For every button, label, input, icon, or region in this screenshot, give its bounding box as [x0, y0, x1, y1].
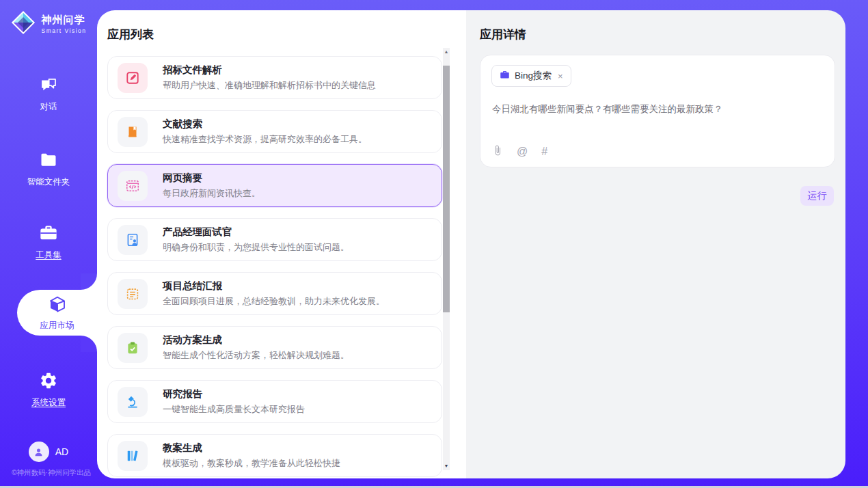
book-icon [118, 117, 148, 147]
sidebar-item-label: 智能文件夹 [0, 176, 97, 188]
attachment-toolbar: @ # [492, 145, 547, 159]
sidebar-item-system-settings[interactable]: 系统设置 [0, 371, 97, 409]
app-card-title: 研究报告 [163, 388, 305, 401]
app-card-desc: 全面回顾项目进展，总结经验教训，助力未来优化发展。 [163, 295, 385, 308]
paperclip-icon[interactable] [492, 145, 503, 159]
sidebar-item-app-market-active[interactable]: 应用市场 [17, 290, 97, 336]
avatar [29, 442, 49, 462]
sidebar: 神州问学 Smart Vision 对话 智能文件夹 工具集 [0, 0, 97, 488]
app-card-title: 网页摘要 [163, 172, 260, 185]
browser-code-icon [118, 171, 148, 201]
app-card-desc: 帮助用户快速、准确地理解和解析招标书中的关键信息 [163, 79, 376, 92]
sidebar-item-label: 系统设置 [0, 397, 97, 409]
person-doc-icon [118, 225, 148, 255]
query-text: 今日湖北有哪些新闻要点？有哪些需要关注的最新政策？ [492, 103, 820, 116]
app-card-desc: 一键智能生成高质量长文本研究报告 [163, 403, 305, 416]
app-card-title: 项目总结汇报 [163, 280, 385, 293]
app-card-desc: 快速精准查找学术资源，提高研究效率的必备工具。 [163, 133, 367, 146]
app-card-title: 活动方案生成 [163, 334, 349, 347]
microscope-icon [118, 387, 148, 417]
gear-icon [39, 381, 58, 392]
copyright-text: ©神州数码·神州问学出品 [0, 468, 103, 478]
app-card-title: 产品经理面试官 [163, 226, 349, 239]
app-detail-panel: 应用详情 Bing搜索 × 今日湖北有哪些新闻要点？有哪些需要关注的最新政策？ [466, 10, 845, 478]
brand-logo: 神州问学 Smart Vision [0, 10, 97, 38]
tool-chip-label: Bing搜索 [515, 70, 552, 82]
brand-name: 神州问学 [41, 14, 86, 27]
app-card-project-summary[interactable]: 项目总结汇报 全面回顾项目进展，总结经验教训，助力未来优化发展。 [107, 272, 442, 315]
app-detail-title: 应用详情 [480, 27, 526, 42]
note-icon [118, 279, 148, 309]
bubble-curve-top [81, 273, 97, 290]
user-account[interactable]: AD [0, 442, 97, 462]
doc-edit-icon [118, 63, 148, 93]
tool-chip-bing-search[interactable]: Bing搜索 × [491, 65, 571, 87]
app-card-title: 文献搜索 [163, 118, 367, 131]
briefcase-icon [500, 70, 510, 83]
scroll-down-icon[interactable]: ▼ [443, 462, 450, 470]
chat-icon [39, 85, 58, 96]
sidebar-item-label: 工具集 [0, 249, 97, 261]
app-card-title: 招标文件解析 [163, 64, 376, 77]
app-card-research-report[interactable]: 研究报告 一键智能生成高质量长文本研究报告 [107, 380, 442, 423]
app-list-title: 应用列表 [107, 27, 154, 42]
sidebar-item-label: 对话 [0, 101, 97, 113]
app-card-title: 教案生成 [163, 442, 340, 455]
sidebar-item-label: 应用市场 [40, 320, 74, 331]
folder-icon [39, 160, 58, 172]
user-initials: AD [55, 446, 68, 457]
close-icon[interactable]: × [558, 71, 563, 81]
scrollbar-thumb[interactable] [443, 66, 450, 312]
scroll-up-icon[interactable]: ▲ [443, 48, 450, 56]
app-card-pm-interviewer[interactable]: 产品经理面试官 明确身份和职责，为您提供专业性的面试问题。 [107, 218, 442, 261]
app-card-desc: 明确身份和职责，为您提供专业性的面试问题。 [163, 241, 349, 254]
prompt-input[interactable]: Bing搜索 × 今日湖北有哪些新闻要点？有哪些需要关注的最新政策？ @ # [480, 55, 835, 167]
app-card-list: 招标文件解析 帮助用户快速、准确地理解和解析招标书中的关键信息 文献搜索 快速精… [107, 56, 442, 478]
bubble-curve-bottom [81, 336, 97, 352]
app-card-bid-document-parse[interactable]: 招标文件解析 帮助用户快速、准确地理解和解析招标书中的关键信息 [107, 56, 442, 99]
sidebar-item-toolset[interactable]: 工具集 [0, 223, 97, 261]
books-icon [118, 441, 148, 471]
app-card-web-summary-selected[interactable]: 网页摘要 每日政府新闻资讯快查。 [107, 164, 442, 207]
mention-icon[interactable]: @ [517, 146, 528, 158]
app-card-literature-search[interactable]: 文献搜索 快速精准查找学术资源，提高研究效率的必备工具。 [107, 110, 442, 153]
sidebar-item-chat[interactable]: 对话 [0, 75, 97, 113]
app-card-event-plan[interactable]: 活动方案生成 智能生成个性化活动方案，轻松解决规划难题。 [107, 326, 442, 369]
clipboard-check-icon [118, 333, 148, 363]
run-button[interactable]: 运行 [800, 186, 834, 206]
app-card-lesson-plan[interactable]: 教案生成 模板驱动，教案秒成，教学准备从此轻松快捷 [107, 434, 442, 477]
cube-icon [47, 295, 68, 318]
list-scrollbar[interactable]: ▲ ▼ [443, 48, 450, 470]
hashtag-icon[interactable]: # [541, 146, 547, 158]
app-card-desc: 智能生成个性化活动方案，轻松解决规划难题。 [163, 349, 349, 362]
app-card-desc: 模板驱动，教案秒成，教学准备从此轻松快捷 [163, 457, 340, 470]
brand-subtitle: Smart Vision [41, 27, 86, 34]
app-list-panel: 应用列表 招标文件解析 帮助用户快速、准确地理解和解析招标书中的关键信息 [97, 10, 466, 478]
app-card-desc: 每日政府新闻资讯快查。 [163, 187, 260, 200]
sidebar-item-smart-folder[interactable]: 智能文件夹 [0, 150, 97, 188]
content-shell: 应用列表 招标文件解析 帮助用户快速、准确地理解和解析招标书中的关键信息 [97, 10, 845, 478]
diamond-logo-icon [10, 10, 36, 38]
toolbox-icon [39, 233, 58, 245]
